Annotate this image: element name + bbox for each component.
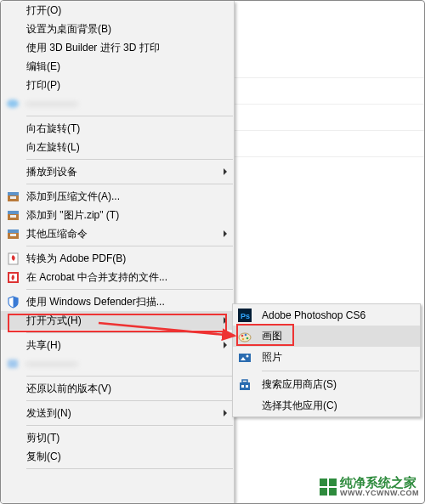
menu-defender[interactable]: 使用 Windows Defender扫描... — [1, 292, 234, 311]
menu-label: 转换为 Adobe PDF(B) — [26, 252, 126, 266]
svg-rect-8 — [8, 229, 19, 233]
pdf-icon — [5, 251, 20, 266]
submenu-label: 画图 — [262, 329, 282, 343]
menu-label: 共享(H) — [26, 338, 61, 353]
svg-point-19 — [246, 337, 249, 339]
svg-rect-3 — [10, 196, 16, 199]
menu-blurred[interactable]: ————— — [1, 94, 234, 113]
menu-label: 添加到压缩文件(A)... — [26, 190, 120, 204]
menu-label: 使用 Windows Defender扫描... — [26, 295, 165, 309]
menu-rotate-right[interactable]: 向右旋转(T) — [1, 119, 234, 138]
menu-label: 打开(O) — [26, 3, 61, 18]
svg-point-23 — [246, 354, 249, 357]
svg-point-17 — [241, 334, 244, 337]
defender-shield-icon — [5, 294, 20, 309]
svg-point-20 — [242, 337, 245, 340]
svg-rect-26 — [241, 385, 244, 388]
menu-share[interactable]: 共享(H) — [1, 336, 234, 354]
menu-separator — [26, 332, 233, 333]
watermark: 纯净系统之家 WWW.YCWNW.COM — [320, 476, 419, 498]
submenu-label: 搜索应用商店(S) — [262, 377, 337, 392]
watermark-title: 纯净系统之家 — [340, 476, 419, 490]
store-icon — [237, 377, 252, 393]
menu-label: 在 Acrobat 中合并支持的文件... — [26, 270, 167, 285]
menu-label: 剪切(T) — [26, 431, 60, 445]
menu-label: 向右旋转(T) — [26, 122, 80, 136]
menu-separator — [26, 116, 233, 116]
context-menu-main: 打开(O) 设置为桌面背景(B) 使用 3D Builder 进行 3D 打印 … — [1, 1, 235, 504]
menu-copy[interactable]: 复制(C) — [1, 447, 234, 466]
menu-separator — [26, 376, 233, 377]
rar-icon — [5, 226, 20, 241]
menu-label: 编辑(E) — [26, 59, 60, 74]
menu-label: 添加到 "图片.zip" (T) — [26, 208, 119, 223]
menu-other-zip[interactable]: 其他压缩命令 — [1, 224, 234, 243]
menu-edit[interactable]: 编辑(E) — [1, 57, 234, 76]
menu-separator — [262, 371, 419, 371]
submenu-paint[interactable]: 画图 — [233, 326, 420, 347]
svg-rect-5 — [8, 211, 19, 214]
menu-label: 播放到设备 — [26, 165, 77, 179]
svg-rect-2 — [8, 192, 19, 195]
menu-label: ————— — [26, 358, 77, 370]
menu-label: 发送到(N) — [26, 406, 71, 421]
menu-label: ————— — [26, 98, 77, 110]
menu-cast-to-device[interactable]: 播放到设备 — [1, 162, 234, 181]
menu-print[interactable]: 打印(P) — [1, 76, 234, 94]
blur-icon — [5, 356, 20, 371]
blur-icon — [5, 96, 20, 111]
svg-rect-25 — [242, 380, 247, 382]
svg-rect-24 — [240, 382, 250, 390]
submenu-photos[interactable]: 照片 — [233, 347, 420, 368]
submenu-search-store[interactable]: 搜索应用商店(S) — [233, 374, 420, 395]
menu-label: 复制(C) — [26, 450, 61, 464]
menu-separator — [26, 159, 233, 160]
menu-separator — [26, 289, 233, 290]
menu-label: 还原以前的版本(V) — [26, 382, 111, 396]
menu-send-to[interactable]: 发送到(N) — [1, 404, 234, 422]
menu-restore-version[interactable]: 还原以前的版本(V) — [1, 379, 234, 398]
submenu-arrow-icon — [224, 230, 227, 237]
svg-rect-13 — [8, 360, 18, 368]
submenu-label: 照片 — [262, 350, 282, 365]
watermark-url: WWW.YCWNW.COM — [340, 490, 419, 498]
menu-label: 设置为桌面背景(B) — [26, 22, 111, 37]
photoshop-icon: Ps — [237, 308, 252, 323]
svg-point-0 — [7, 99, 19, 108]
menu-add-to-archive[interactable]: 添加到压缩文件(A)... — [1, 187, 234, 206]
menu-label: 打印(P) — [26, 78, 60, 93]
context-menu-open-with: Ps Adobe Photoshop CS6 画图 照片 搜索应用商店(S) 选… — [232, 303, 421, 417]
menu-separator — [26, 246, 233, 246]
menu-separator — [26, 425, 233, 426]
submenu-arrow-icon — [224, 168, 227, 175]
menu-open[interactable]: 打开(O) — [1, 1, 234, 20]
menu-label: 打开方式(H) — [26, 314, 82, 328]
menu-acrobat-merge[interactable]: 在 Acrobat 中合并支持的文件... — [1, 268, 234, 286]
submenu-arrow-icon — [224, 317, 227, 324]
menu-separator — [26, 468, 233, 469]
svg-rect-6 — [10, 215, 16, 218]
photos-icon — [237, 350, 252, 365]
submenu-photoshop[interactable]: Ps Adobe Photoshop CS6 — [233, 304, 420, 326]
watermark-logo-icon — [320, 479, 337, 496]
menu-rotate-left[interactable]: 向左旋转(L) — [1, 138, 234, 156]
svg-text:Ps: Ps — [241, 312, 250, 320]
submenu-arrow-icon — [224, 342, 227, 348]
menu-open-with[interactable]: 打开方式(H) — [1, 311, 234, 330]
menu-cut[interactable]: 剪切(T) — [1, 428, 234, 447]
svg-rect-9 — [10, 234, 16, 236]
acrobat-icon — [5, 269, 20, 285]
menu-add-to-zip[interactable]: 添加到 "图片.zip" (T) — [1, 206, 234, 224]
menu-separator — [26, 400, 233, 401]
menu-to-pdf[interactable]: 转换为 Adobe PDF(B) — [1, 249, 234, 268]
svg-rect-27 — [246, 385, 248, 388]
menu-blurred[interactable]: ————— — [1, 354, 234, 373]
menu-set-wallpaper[interactable]: 设置为桌面背景(B) — [1, 20, 234, 38]
menu-label: 向左旋转(L) — [26, 140, 80, 155]
svg-point-18 — [245, 333, 247, 336]
rar-icon — [5, 207, 20, 223]
menu-3d-print[interactable]: 使用 3D Builder 进行 3D 打印 — [1, 38, 234, 57]
menu-label: 使用 3D Builder 进行 3D 打印 — [26, 41, 160, 55]
submenu-choose-other[interactable]: 选择其他应用(C) — [233, 395, 420, 416]
menu-separator — [26, 184, 233, 184]
